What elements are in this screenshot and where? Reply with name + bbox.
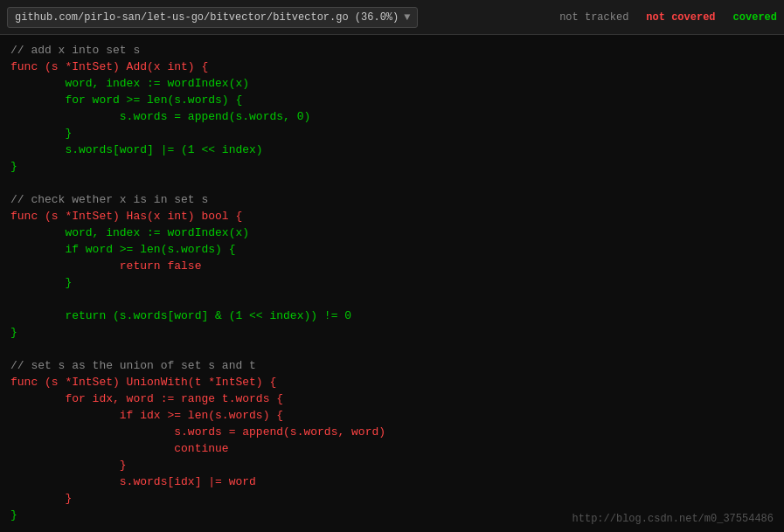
code-line: } (0, 274, 784, 291)
code-line: word, index := wordIndex(x) (0, 225, 784, 241)
code-line: } (0, 457, 784, 473)
code-line: return (s.words[word] & (1 << index)) !=… (0, 307, 784, 324)
code-line: // check wether x is in set s (0, 191, 784, 208)
code-line: for idx, word := range t.words { (0, 390, 784, 407)
code-line: // add x into set s (0, 42, 784, 59)
chevron-down-icon: ▼ (404, 11, 410, 24)
legend: not tracked not covered covered (559, 11, 777, 24)
code-line: s.words = append(s.words, word) (0, 424, 784, 440)
code-container: // add x into set sfunc (s *IntSet) Add(… (0, 42, 784, 523)
code-line: return false (0, 258, 784, 274)
code-line: } (0, 490, 784, 507)
watermark: http://blog.csdn.net/m0_37554486 (572, 513, 774, 525)
code-line: } (0, 324, 784, 341)
file-selector[interactable]: github.com/pirlo-san/let-us-go/bitvector… (7, 7, 418, 28)
code-line: continue (0, 440, 784, 457)
code-line: if idx >= len(s.words) { (0, 407, 784, 424)
code-line: // set s as the union of set s and t (0, 357, 784, 374)
code-line: } (0, 125, 784, 142)
code-line: s.words[idx] |= word (0, 473, 784, 490)
code-line: if word >= len(s.words) { (0, 241, 784, 258)
legend-not-tracked: not tracked (559, 11, 628, 24)
code-line (0, 291, 784, 307)
code-line: func (s *IntSet) UnionWith(t *IntSet) { (0, 374, 784, 390)
code-line: word, index := wordIndex(x) (0, 75, 784, 92)
legend-not-covered: not covered (646, 11, 715, 24)
code-line: s.words = append(s.words, 0) (0, 108, 784, 125)
code-area: // add x into set sfunc (s *IntSet) Add(… (0, 35, 784, 532)
code-line (0, 175, 784, 191)
code-line (0, 341, 784, 357)
legend-covered: covered (733, 11, 777, 24)
code-line: for word >= len(s.words) { (0, 92, 784, 108)
code-line: s.words[word] |= (1 << index) (0, 142, 784, 158)
code-line: } (0, 158, 784, 175)
file-selector-label: github.com/pirlo-san/let-us-go/bitvector… (15, 11, 399, 24)
code-line: func (s *IntSet) Has(x int) bool { (0, 208, 784, 225)
top-bar: github.com/pirlo-san/let-us-go/bitvector… (0, 0, 784, 35)
code-line: func (s *IntSet) Add(x int) { (0, 59, 784, 75)
